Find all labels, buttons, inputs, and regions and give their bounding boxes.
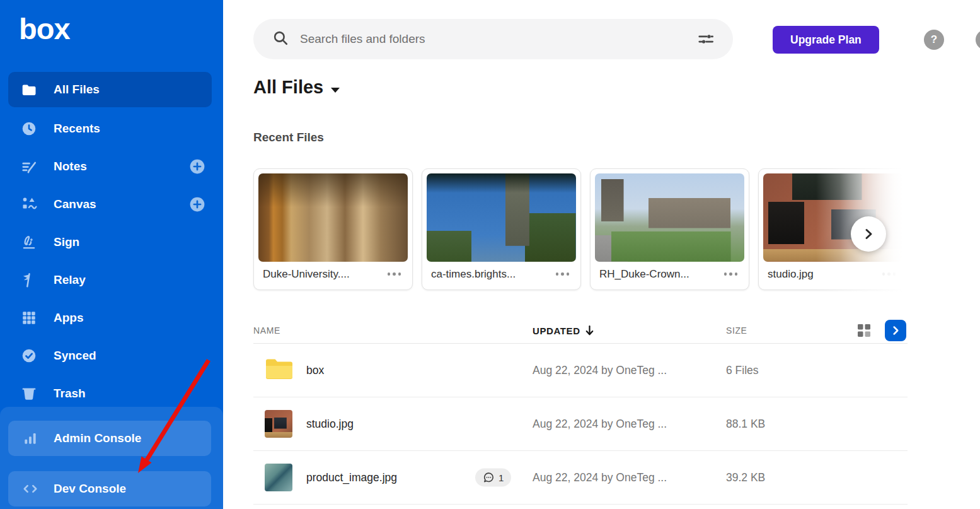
- sidebar-item-synced[interactable]: Synced: [0, 337, 223, 375]
- chevron-right-icon: [889, 324, 902, 337]
- help-button[interactable]: ?: [924, 30, 944, 50]
- more-options-icon[interactable]: [880, 270, 899, 278]
- sidebar-item-notes[interactable]: Notes: [0, 148, 223, 185]
- file-thumbnail: [763, 173, 902, 262]
- box-logo[interactable]: box: [19, 11, 70, 46]
- sidebar-item-label: Trash: [54, 387, 86, 401]
- sidebar-item-relay[interactable]: Relay: [0, 261, 223, 299]
- sidebar-item-apps[interactable]: Apps: [0, 299, 223, 337]
- page-title: All Files: [253, 77, 340, 98]
- signature-icon: [21, 234, 37, 250]
- column-header-updated[interactable]: UPDATED: [533, 324, 595, 336]
- sidebar-item-label: Apps: [54, 311, 84, 325]
- footer-item-label: Dev Console: [54, 482, 126, 496]
- add-canvas-button[interactable]: [189, 196, 205, 213]
- search-input[interactable]: [300, 32, 698, 46]
- image-thumbnail: [265, 410, 292, 438]
- sidebar-item-label: Notes: [54, 160, 87, 173]
- canvas-icon: [21, 196, 37, 213]
- trash-icon: [21, 385, 37, 402]
- flag-icon: [21, 272, 37, 288]
- comment-count: 1: [499, 472, 504, 483]
- recent-file-card[interactable]: Duke-University....: [253, 168, 413, 290]
- recent-file-card[interactable]: ca-times.brights...: [422, 168, 581, 290]
- search-filter-icon[interactable]: [698, 31, 714, 47]
- file-thumbnail: [427, 173, 576, 262]
- file-name: Duke-University....: [263, 268, 350, 281]
- file-thumbnail: [595, 173, 744, 262]
- comment-count-badge[interactable]: 1: [475, 469, 511, 487]
- avatar[interactable]: [976, 30, 980, 50]
- search-icon: [272, 30, 289, 49]
- file-name: studio.jpg: [306, 418, 354, 431]
- column-header-size[interactable]: SIZE: [726, 325, 747, 336]
- file-thumbnail: [258, 173, 408, 262]
- table-row[interactable]: product_image.jpg 1 Aug 22, 2024 by OneT…: [253, 451, 908, 505]
- file-updated: Aug 22, 2024 by OneTeg ...: [533, 364, 667, 377]
- sidebar-item-all-files[interactable]: All Files: [8, 72, 212, 107]
- recent-files-heading: Recent Files: [253, 131, 324, 144]
- chevron-down-icon[interactable]: [331, 88, 340, 93]
- sidebar-item-label: Synced: [54, 349, 96, 363]
- sidebar-item-recents[interactable]: Recents: [0, 110, 223, 148]
- search-bar: [253, 19, 733, 59]
- folder-icon: [21, 81, 37, 98]
- apps-grid-icon: [21, 310, 37, 326]
- bar-chart-icon: [22, 430, 38, 447]
- comment-bubble-icon: [483, 472, 495, 484]
- sidebar-item-sign[interactable]: Sign: [0, 223, 223, 261]
- notes-icon: [21, 158, 37, 175]
- more-options-icon[interactable]: [722, 270, 741, 278]
- code-icon: [22, 481, 38, 497]
- sidebar-item-label: Relay: [54, 273, 86, 287]
- file-list: box Aug 22, 2024 by OneTeg ... 6 Files s…: [253, 344, 908, 505]
- dev-console-button[interactable]: Dev Console: [8, 471, 211, 506]
- synced-check-icon: [21, 348, 37, 364]
- sidebar-nav: All Files Recents Notes: [0, 72, 223, 412]
- table-row[interactable]: studio.jpg Aug 22, 2024 by OneTeg ... 88…: [253, 397, 908, 451]
- image-thumbnail: [265, 464, 292, 491]
- sidebar-footer-panel: Admin Console Dev Console: [0, 407, 223, 509]
- sidebar-item-label: Canvas: [54, 197, 96, 211]
- file-name: RH_Duke-Crown...: [599, 268, 689, 281]
- file-updated: Aug 22, 2024 by OneTeg ...: [533, 418, 667, 431]
- file-size: 6 Files: [726, 364, 759, 377]
- sort-descending-icon: [584, 324, 595, 336]
- sidebar-item-label: Sign: [54, 235, 79, 249]
- file-name: box: [306, 364, 324, 377]
- upgrade-plan-button[interactable]: Upgrade Plan: [773, 26, 879, 54]
- sidebar-item-label: Recents: [54, 122, 100, 136]
- footer-item-label: Admin Console: [54, 431, 141, 445]
- sidebar-item-label: All Files: [54, 83, 100, 97]
- page-title-text: All Files: [253, 77, 323, 98]
- add-note-button[interactable]: [189, 158, 205, 175]
- sidebar-item-canvas[interactable]: Canvas: [0, 185, 223, 223]
- file-size: 39.2 KB: [726, 471, 765, 484]
- table-row[interactable]: box Aug 22, 2024 by OneTeg ... 6 Files: [253, 344, 908, 397]
- column-header-name[interactable]: NAME: [253, 325, 280, 336]
- admin-console-button[interactable]: Admin Console: [8, 421, 211, 456]
- file-table-header: NAME UPDATED SIZE: [253, 317, 908, 344]
- expand-panel-button[interactable]: [885, 320, 906, 341]
- file-size: 88.1 KB: [726, 418, 765, 431]
- recent-files-carousel: Duke-University.... ca-times.brights... …: [253, 168, 908, 290]
- file-name: ca-times.brights...: [431, 268, 516, 281]
- file-updated: Aug 22, 2024 by OneTeg ...: [533, 471, 667, 484]
- carousel-next-button[interactable]: [851, 216, 886, 252]
- box-web-app: box All Files Recents Notes: [0, 0, 980, 509]
- sidebar: box All Files Recents Notes: [0, 0, 223, 509]
- more-options-icon[interactable]: [553, 270, 572, 278]
- clock-icon: [21, 120, 37, 137]
- grid-view-icon[interactable]: [857, 324, 871, 337]
- more-options-icon[interactable]: [385, 270, 404, 278]
- column-header-updated-label: UPDATED: [533, 325, 580, 336]
- file-name: product_image.jpg: [306, 471, 397, 484]
- file-name: studio.jpg: [768, 268, 814, 281]
- recent-file-card[interactable]: RH_Duke-Crown...: [590, 168, 749, 290]
- folder-icon: [265, 357, 294, 383]
